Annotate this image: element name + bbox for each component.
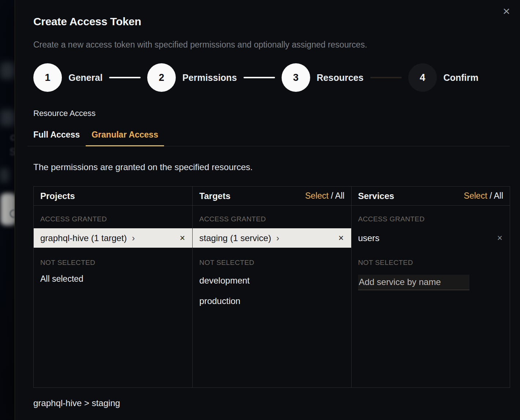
resource-access-tabs: Full Access Granular Access xyxy=(27,130,510,146)
remove-target-icon[interactable]: × xyxy=(337,233,345,243)
step-label-general: General xyxy=(68,72,103,83)
step-circle-permissions: 2 xyxy=(147,63,176,92)
targets-all-link[interactable]: All xyxy=(335,191,345,200)
step-label-resources: Resources xyxy=(317,72,364,83)
services-not-selected-label: NOT SELECTED xyxy=(358,259,503,267)
backdrop-blur-shape xyxy=(0,168,10,182)
projects-all-selected-note: All selected xyxy=(40,274,186,284)
targets-header: Targets Select / All xyxy=(193,187,351,206)
step-connector xyxy=(109,77,141,78)
target-row-staging[interactable]: staging (1 service) › × xyxy=(193,228,351,248)
column-services: Services Select / All ACCESS GRANTED use… xyxy=(351,187,510,387)
project-row-graphql-hive[interactable]: graphql-hive (1 target) › × xyxy=(34,228,192,248)
targets-not-selected-list: development production xyxy=(193,270,351,311)
step-number: 4 xyxy=(420,72,425,83)
projects-not-selected-label: NOT SELECTED xyxy=(40,259,186,267)
column-projects: Projects ACCESS GRANTED graphql-hive (1 … xyxy=(34,187,192,387)
target-item-production[interactable]: production xyxy=(193,291,351,311)
projects-access-granted-label: ACCESS GRANTED xyxy=(40,215,186,223)
select-divider: / xyxy=(328,191,335,200)
dialog-title: Create Access Token xyxy=(33,15,510,28)
step-number: 2 xyxy=(159,72,164,83)
backdrop-blur-shape xyxy=(1,110,15,126)
step-label-permissions: Permissions xyxy=(182,72,237,83)
service-label: users xyxy=(358,233,380,243)
backdrop-blur-shape xyxy=(1,62,15,79)
services-select-links: Select / All xyxy=(464,191,503,201)
breadcrumb: graphql-hive > staging xyxy=(33,398,510,408)
project-label: graphql-hive (1 target) xyxy=(40,233,127,243)
chevron-right-icon: › xyxy=(132,233,135,243)
tab-full-access[interactable]: Full Access xyxy=(27,130,86,146)
services-title: Services xyxy=(358,191,394,201)
remove-service-icon[interactable]: × xyxy=(495,233,504,243)
resource-access-heading: Resource Access xyxy=(33,109,510,118)
projects-header: Projects xyxy=(34,187,192,206)
create-access-token-dialog: × Create Access Token Create a new acces… xyxy=(15,0,520,420)
resources-description: The permissions are granted on the speci… xyxy=(33,162,510,172)
targets-select-links: Select / All xyxy=(305,191,344,201)
services-header: Services Select / All xyxy=(352,187,510,206)
remove-project-icon[interactable]: × xyxy=(178,233,187,243)
chevron-right-icon: › xyxy=(276,233,279,243)
select-divider: / xyxy=(487,191,494,200)
close-icon: × xyxy=(503,5,510,17)
add-service-input[interactable] xyxy=(358,275,469,290)
step-circle-general: 1 xyxy=(33,63,62,92)
close-button[interactable]: × xyxy=(499,4,514,18)
target-item-development[interactable]: development xyxy=(193,270,351,291)
column-targets: Targets Select / All ACCESS GRANTED stag… xyxy=(192,187,351,387)
targets-not-selected-label: NOT SELECTED xyxy=(199,259,344,267)
step-label-confirm: Confirm xyxy=(443,72,479,83)
dialog-subtitle: Create a new access token with specified… xyxy=(33,40,510,50)
targets-select-link[interactable]: Select xyxy=(305,191,328,200)
stepper: 1 General 2 Permissions 3 Resources 4 Co… xyxy=(33,63,510,92)
target-label: staging (1 service) xyxy=(199,233,271,243)
step-circle-resources: 3 xyxy=(282,63,310,92)
targets-access-granted-label: ACCESS GRANTED xyxy=(199,215,344,223)
page-backdrop: c S xyxy=(0,0,15,420)
service-row-users[interactable]: users × xyxy=(352,228,510,248)
tab-granular-access[interactable]: Granular Access xyxy=(86,130,164,146)
resources-table: Projects ACCESS GRANTED graphql-hive (1 … xyxy=(33,186,510,388)
services-all-link[interactable]: All xyxy=(494,191,503,200)
services-access-granted-label: ACCESS GRANTED xyxy=(358,215,503,223)
projects-title: Projects xyxy=(40,191,75,201)
targets-title: Targets xyxy=(199,191,230,201)
step-circle-confirm: 4 xyxy=(408,63,437,92)
step-connector xyxy=(370,77,402,78)
step-number: 3 xyxy=(293,72,298,83)
step-connector xyxy=(244,77,275,78)
services-select-link[interactable]: Select xyxy=(464,191,487,200)
step-number: 1 xyxy=(45,72,50,83)
